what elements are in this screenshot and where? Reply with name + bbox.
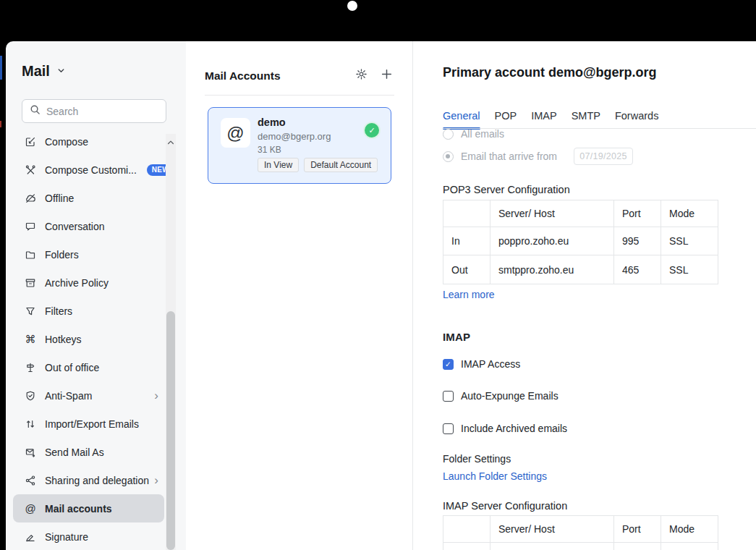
checkbox-imap-access[interactable]: ✓ IMAP Access <box>443 355 520 373</box>
account-detail-panel: Primary account demo@bgerp.org General P… <box>413 41 756 550</box>
date-input: 07/19/2025 <box>574 148 633 165</box>
at-icon: @ <box>25 503 36 515</box>
checkbox-auto-expunge[interactable]: Auto-Expunge Emails <box>443 387 558 405</box>
background-fragment <box>0 56 2 80</box>
sidebar-item-label: Import/Export Emails <box>45 418 139 430</box>
tab-imap[interactable]: IMAP <box>531 110 556 130</box>
account-badges: In View Default Account <box>258 158 378 172</box>
sidebar-item-label: Offline <box>45 192 74 204</box>
sidebar-item-send-mail-as[interactable]: Send Mail As <box>13 438 164 466</box>
scrollbar-thumb[interactable] <box>166 311 175 550</box>
sidebar-item-folders[interactable]: Folders <box>13 240 164 268</box>
mail-app-switcher[interactable]: Mail <box>22 63 66 80</box>
radio-email-arrive-from: Email that arrive from 07/19/2025 <box>443 148 633 165</box>
recording-dot <box>347 1 357 11</box>
sidebar-item-hotkeys[interactable]: ⌘ Hotkeys <box>13 325 164 353</box>
sidebar-item-compose-customization[interactable]: Compose Customi... NEW <box>13 156 164 184</box>
sidebar-item-label: Sharing and delegation <box>45 475 149 486</box>
settings-window: Mail Compose Compose Customi... NEW <box>6 41 756 550</box>
pop3-section-title: POP3 Server Configuration <box>443 184 570 195</box>
radio-all-emails: All emails <box>443 129 504 143</box>
checkbox-checked-icon[interactable]: ✓ <box>443 359 454 370</box>
detail-tabs: General POP IMAP SMTP Forwards <box>443 110 658 130</box>
chevron-down-icon <box>56 65 66 78</box>
sidebar-item-mail-accounts[interactable]: @ Mail accounts <box>13 494 164 522</box>
account-name: demo <box>258 117 286 128</box>
sidebar-item-import-export[interactable]: Import/Export Emails <box>13 410 164 438</box>
app-title: Mail <box>22 63 50 80</box>
share-icon <box>25 475 36 486</box>
tab-general[interactable]: General <box>443 110 480 130</box>
account-card[interactable]: @ demo demo@bgerp.org 31 KB In View Defa… <box>208 107 391 184</box>
background-fragment <box>0 121 1 127</box>
sidebar-item-label: Send Mail As <box>45 447 104 458</box>
sidebar-item-label: Archive Policy <box>45 277 109 289</box>
checkbox-icon[interactable] <box>443 423 454 434</box>
table-row: In poppro.zoho.eu 995 SSL <box>443 227 718 255</box>
sidebar-item-offline[interactable]: Offline <box>13 184 164 212</box>
sidebar-item-filters[interactable]: Filters <box>13 297 164 325</box>
checkbox-icon[interactable] <box>443 391 454 402</box>
chat-icon <box>25 221 36 232</box>
sidebar-item-signature[interactable]: Signature <box>13 522 164 550</box>
sidebar-item-label: Filters <box>45 305 72 317</box>
sidebar-item-label: Compose Customi... <box>45 164 137 176</box>
tab-pop[interactable]: POP <box>495 110 517 130</box>
signature-icon <box>25 531 36 543</box>
launch-folder-settings-link[interactable]: Launch Folder Settings <box>443 470 547 482</box>
table-row <box>443 543 718 550</box>
archive-icon <box>25 277 36 289</box>
search-input[interactable] <box>46 106 158 117</box>
sidebar-nav: Compose Compose Customi... NEW Offline C… <box>13 127 164 550</box>
add-account-button[interactable] <box>379 67 394 81</box>
checkbox-include-archived[interactable]: Include Archived emails <box>443 420 567 437</box>
sidebar-item-out-of-office[interactable]: Out of office <box>13 353 164 381</box>
sidebar-item-archive-policy[interactable]: Archive Policy <box>13 268 164 297</box>
sidebar-item-compose[interactable]: Compose <box>13 127 164 156</box>
shield-check-icon <box>25 390 36 402</box>
page-title: Primary account demo@bgerp.org <box>443 65 657 80</box>
chevron-right-icon: › <box>154 389 158 402</box>
sidebar-item-sharing-delegation[interactable]: Sharing and delegation › <box>13 466 164 494</box>
sidebar-item-label: Signature <box>45 531 88 543</box>
edit-icon <box>25 136 36 148</box>
imap-config-table: Server/ Host Port Mode <box>443 515 718 550</box>
tab-forwards[interactable]: Forwards <box>615 110 658 130</box>
status-badge: In View <box>258 158 299 172</box>
sidebar-item-label: Compose <box>45 136 88 148</box>
search-box[interactable] <box>22 99 166 123</box>
scroll-up-icon[interactable] <box>166 137 175 145</box>
sidebar-scrollbar[interactable] <box>166 134 176 550</box>
tools-icon <box>25 164 36 176</box>
sidebar-item-anti-spam[interactable]: Anti-Spam › <box>13 381 164 410</box>
gear-icon[interactable] <box>354 67 368 81</box>
account-email: demo@bgerp.org <box>258 131 331 142</box>
sidebar-item-label: Out of office <box>45 362 99 373</box>
divider <box>205 95 394 96</box>
general-tab-content: All emails Email that arrive from 07/19/… <box>443 129 756 550</box>
chevron-right-icon: › <box>154 474 158 486</box>
account-size: 31 KB <box>258 145 281 155</box>
cloud-off-icon <box>25 192 36 204</box>
radio-selected-icon <box>443 151 454 162</box>
sidebar-item-label: Mail accounts <box>45 503 112 515</box>
imap-server-section-title: IMAP Server Configuration <box>443 500 567 512</box>
learn-more-link[interactable]: Learn more <box>443 289 495 300</box>
imap-section-title: IMAP <box>443 331 470 343</box>
verified-check-icon: ✓ <box>365 123 379 138</box>
screen: Mail Compose Compose Customi... NEW <box>0 0 756 550</box>
send-mail-icon <box>25 447 36 458</box>
filter-icon <box>25 305 36 317</box>
table-header-row: Server/ Host Port Mode <box>443 516 718 543</box>
sidebar-item-label: Anti-Spam <box>45 390 92 402</box>
sidebar-item-conversation[interactable]: Conversation <box>13 212 164 240</box>
settings-sidebar: Mail Compose Compose Customi... NEW <box>6 41 186 550</box>
sidebar-item-label: Conversation <box>45 221 105 232</box>
panel-title: Mail Accounts <box>205 69 281 82</box>
mail-accounts-panel: Mail Accounts @ demo demo@bgerp.org 31 K… <box>186 41 412 550</box>
tab-smtp[interactable]: SMTP <box>572 110 600 130</box>
at-avatar: @ <box>221 118 250 148</box>
folder-icon <box>25 249 36 261</box>
status-badge: Default Account <box>304 158 378 172</box>
signpost-icon <box>25 362 36 373</box>
